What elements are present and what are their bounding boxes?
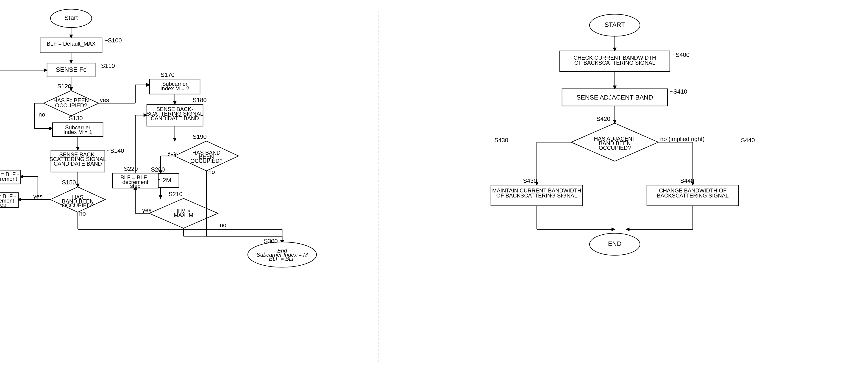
s150-label3: OCCUPIED? xyxy=(62,202,94,209)
r-start-label: START xyxy=(604,21,625,28)
s120-no-label: no xyxy=(38,111,45,118)
svg-marker-27 xyxy=(174,138,176,141)
s190-yes: yes xyxy=(167,149,177,156)
svg-marker-67 xyxy=(612,228,615,231)
s210-label2: MAX_M xyxy=(174,212,193,218)
s100-step: ~S100 xyxy=(104,37,122,44)
s440-label2: BACKSCATTERING SIGNAL xyxy=(657,192,729,199)
s150-step: S150 xyxy=(62,179,76,186)
s190-step: S190 xyxy=(193,133,207,140)
s210-step: S210 xyxy=(168,191,183,197)
svg-marker-56 xyxy=(613,86,616,89)
svg-marker-9 xyxy=(50,127,53,130)
s170-step: S170 xyxy=(161,71,175,78)
s120-label2: OCCUPIED? xyxy=(55,102,87,108)
s190-label3: OCCUPIED? xyxy=(190,158,222,164)
s420-no: no (implied right) xyxy=(660,135,705,143)
svg-marker-54 xyxy=(613,48,616,51)
s130-label2: Index M = 1 xyxy=(63,129,92,135)
svg-marker-25 xyxy=(174,101,176,104)
s200-step: S200 xyxy=(151,166,165,173)
start-label: Start xyxy=(64,14,78,21)
s430-label2: OF BACKSCATTERING SIGNAL xyxy=(496,192,577,199)
s210-yes: yes xyxy=(142,207,151,214)
svg-marker-70 xyxy=(626,228,629,231)
svg-marker-17 xyxy=(76,184,79,187)
r-end-label: END xyxy=(608,240,621,247)
s300-label3: BLF = BLF xyxy=(269,256,296,262)
s430-step: S430 xyxy=(523,177,537,184)
s110-label: SENSE Fc xyxy=(56,66,87,73)
s420-label3: OCCUPIED? xyxy=(599,145,631,151)
s120-step: S120 xyxy=(57,83,71,90)
s220-label3: step xyxy=(130,183,141,189)
s300-step: S300 xyxy=(264,238,278,245)
s220-step: S220 xyxy=(124,165,138,172)
s160-label3: step xyxy=(0,201,6,208)
s420-step: S420 xyxy=(596,115,611,122)
svg-marker-15 xyxy=(76,147,79,150)
s400-step: ~S400 xyxy=(672,52,689,58)
s130-step: S130 xyxy=(69,115,83,122)
s400-label2: OF BACKSCATTERING SIGNAL xyxy=(575,60,655,66)
s150-no: no xyxy=(79,210,86,217)
s160-label2: decrement xyxy=(0,176,17,182)
s410-label: SENSE ADJACENT BAND xyxy=(577,94,653,101)
svg-marker-13 xyxy=(147,84,150,86)
s170-label2: Index M = 2 xyxy=(160,85,189,92)
s430-side-step: S430 xyxy=(494,137,508,144)
s180-step: S180 xyxy=(193,97,207,103)
svg-marker-58 xyxy=(613,120,616,123)
s180-label3: CANDIDATE BAND xyxy=(151,115,199,121)
s440-side-step: S440 xyxy=(741,137,755,144)
svg-marker-1 xyxy=(70,35,72,38)
s210-no: no xyxy=(220,222,226,228)
s140-label3: CANDIDATE BAND xyxy=(54,161,102,167)
s190-no: no xyxy=(208,168,215,175)
s110-step: ~S110 xyxy=(97,62,115,69)
svg-marker-32 xyxy=(159,195,162,198)
s410-step: ~S410 xyxy=(670,88,687,95)
s140-step: ~S140 xyxy=(107,147,124,154)
s100-label1: BLF = Default_MAX xyxy=(47,41,96,47)
svg-marker-51 xyxy=(44,69,47,71)
s120-yes-label: yes xyxy=(100,97,109,103)
s440-step: S440 xyxy=(680,177,694,184)
diagram-container: Start BLF = Default_MAX ~S100 SENSE Fc ~… xyxy=(0,0,868,378)
svg-marker-3 xyxy=(70,60,72,63)
